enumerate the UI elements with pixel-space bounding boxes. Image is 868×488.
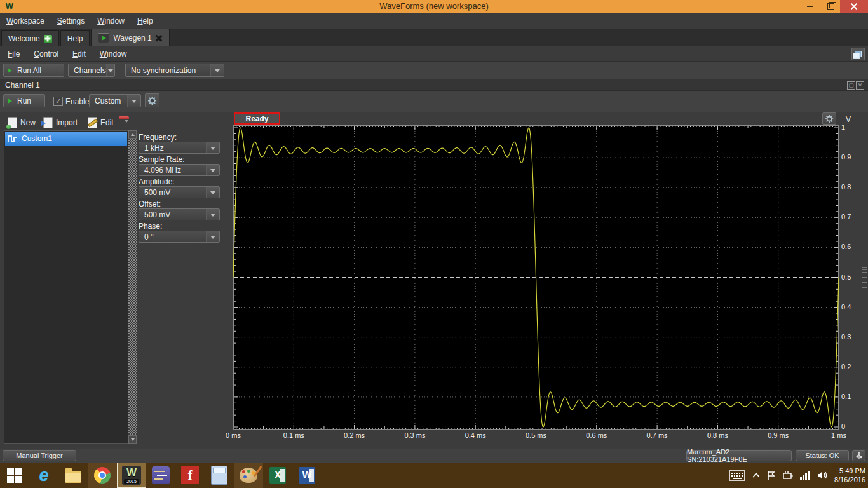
y-tick-label: 0.2 — [841, 363, 851, 370]
edit-waveform-button[interactable]: Edit — [88, 116, 114, 129]
delete-waveform-button[interactable] — [119, 116, 129, 129]
menu-window[interactable]: Window — [97, 17, 125, 25]
tab-wavegen-1[interactable]: Wavegen 1 — [91, 29, 169, 46]
run-channel-button[interactable]: Run — [3, 94, 45, 107]
menu-workspace[interactable]: Workspace — [6, 17, 44, 25]
menu-help[interactable]: Help — [137, 17, 153, 25]
taskbar-chrome[interactable] — [88, 463, 117, 488]
clock-date: 8/16/2016 — [834, 475, 865, 484]
channel-1-header: Channel 1 — [0, 79, 868, 91]
taskbar-clock[interactable]: 5:49 PM 8/16/2016 — [834, 466, 865, 484]
windows-logo-icon — [7, 468, 22, 483]
main-menu-bar: Workspace Settings Window Help — [0, 13, 868, 29]
enable-checkbox[interactable]: ✓ — [53, 97, 63, 106]
system-tray: 5:49 PM 8/16/2016 — [729, 463, 865, 488]
chevron-down-icon — [206, 165, 219, 175]
x-tick-label: 0.1 ms — [283, 431, 304, 439]
play-icon — [8, 68, 12, 73]
restore-button[interactable] — [821, 0, 840, 13]
run-all-label: Run All — [17, 66, 41, 75]
show-hidden-icons-chevron[interactable] — [752, 473, 760, 478]
enable-label: Enable — [65, 97, 89, 106]
x-tick-label: 0.6 ms — [586, 431, 607, 439]
channels-dropdown[interactable]: Channels — [68, 64, 115, 77]
scroll-up-button[interactable] — [128, 130, 137, 139]
taskbar-calculator[interactable] — [205, 463, 234, 488]
chevron-down-icon — [106, 64, 114, 76]
status-ok-label: Status: OK — [805, 452, 839, 459]
channel-settings-button[interactable] — [145, 93, 159, 107]
cascade-windows-icon — [855, 51, 862, 57]
offset-dropdown[interactable]: 500 mV — [139, 208, 220, 220]
touch-keyboard-icon[interactable] — [729, 470, 745, 481]
channel-1-label: Channel 1 — [5, 81, 40, 90]
chevron-down-icon — [127, 95, 140, 107]
x-tick-label: 0.5 ms — [526, 431, 546, 439]
usb-device-button[interactable] — [852, 450, 865, 461]
phase-value: 0 ° — [144, 233, 154, 241]
start-button[interactable] — [0, 463, 29, 488]
sample-rate-dropdown[interactable]: 4.096 MHz — [139, 164, 220, 176]
sample-rate-value: 4.096 MHz — [144, 166, 181, 175]
device-button[interactable]: Marcum_AD2 SN:210321A19F0E — [686, 450, 792, 461]
x-tick-label: 0.9 ms — [768, 431, 789, 439]
new-waveform-button[interactable]: New — [8, 116, 36, 129]
scroll-down-button[interactable] — [128, 435, 137, 444]
sample-rate-label: Sample Rate: — [139, 155, 185, 164]
minimize-icon — [807, 6, 813, 7]
phase-dropdown[interactable]: 0 ° — [139, 231, 220, 243]
tab-welcome[interactable]: Welcome — [1, 30, 59, 46]
network-signal-icon[interactable] — [800, 471, 810, 480]
import-waveform-button[interactable]: Import — [43, 116, 78, 129]
list-item-custom1[interactable]: Custom1 — [5, 132, 127, 146]
menu-settings[interactable]: Settings — [57, 17, 85, 25]
scrollbar-track[interactable] — [128, 139, 137, 435]
manual-trigger-button[interactable]: Manual Trigger — [3, 450, 76, 461]
y-tick-label: 0.6 — [841, 243, 851, 250]
wavegen-menu-bar: File Control Edit Window — [0, 46, 868, 62]
chevron-down-icon — [206, 187, 219, 198]
menu-window2[interactable]: Window — [100, 50, 127, 58]
paint-icon — [240, 468, 257, 483]
action-center-flag-icon[interactable] — [767, 471, 776, 480]
panel-splitter-handle[interactable] — [862, 267, 867, 291]
close-panel-icon[interactable]: ✕ — [856, 81, 864, 90]
tab-help-label: Help — [67, 34, 83, 43]
synchronization-dropdown[interactable]: No synchronization — [125, 64, 224, 77]
run-all-button[interactable]: Run All — [3, 64, 64, 77]
gear-icon — [147, 96, 157, 105]
taskbar-excel[interactable]: X — [263, 463, 292, 488]
square-wave-thumbnail-icon — [8, 133, 18, 144]
waveform-plot[interactable] — [233, 125, 839, 430]
taskbar-paint[interactable] — [234, 463, 263, 488]
waveform-type-dropdown[interactable]: Custom — [89, 94, 141, 107]
frequency-dropdown[interactable]: 1 kHz — [139, 142, 220, 154]
float-panel-icon[interactable]: ▢ — [847, 81, 855, 90]
run-channel-label: Run — [17, 97, 31, 105]
x-tick-label: 0.7 ms — [647, 431, 668, 439]
y-tick-label: 0.7 — [841, 213, 851, 220]
list-scrollbar[interactable] — [128, 130, 137, 444]
add-instrument-icon[interactable] — [44, 35, 52, 43]
plot-settings-button[interactable] — [822, 112, 836, 125]
menu-control[interactable]: Control — [34, 50, 58, 58]
taskbar-file-explorer[interactable] — [58, 463, 88, 488]
taskbar-word[interactable]: W — [292, 463, 322, 488]
frequency-value: 1 kHz — [144, 144, 164, 152]
wavegen-run-state-icon — [98, 33, 109, 43]
taskbar-waveforms[interactable]: W 2015 — [117, 463, 146, 488]
battery-power-icon[interactable] — [783, 471, 793, 480]
taskbar-digilent-adept[interactable] — [146, 463, 175, 488]
menu-edit[interactable]: Edit — [72, 50, 86, 58]
taskbar-internet-explorer[interactable]: e — [29, 463, 58, 488]
taskbar-fritzing[interactable]: f — [175, 463, 205, 488]
tab-close-icon[interactable] — [156, 34, 163, 41]
menu-file[interactable]: File — [8, 50, 20, 58]
volume-icon[interactable] — [817, 471, 827, 480]
tab-help[interactable]: Help — [60, 30, 90, 46]
dock-windows-button[interactable] — [851, 48, 865, 60]
minimize-button[interactable] — [799, 0, 821, 13]
status-ok-button[interactable]: Status: OK — [796, 450, 849, 461]
amplitude-dropdown[interactable]: 500 mV — [139, 186, 220, 198]
close-button[interactable] — [840, 0, 868, 13]
